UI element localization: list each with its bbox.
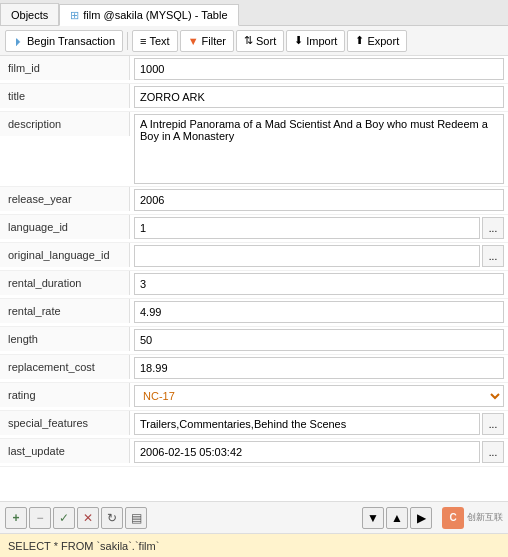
row-release-year: release_year: [0, 187, 508, 215]
export-button[interactable]: ⬆ Export: [347, 30, 407, 52]
sql-text: SELECT * FROM `sakila`.`film`: [8, 540, 159, 552]
input-original-language-id[interactable]: [134, 245, 480, 267]
filter-button[interactable]: ▼ Filter: [180, 30, 234, 52]
label-special-features: special_features: [0, 411, 130, 435]
bottom-toolbar: + − ✓ ✕ ↻ ▤ ▼ ▲ ▶ C 创新互联: [0, 501, 508, 533]
begin-transaction-button[interactable]: ⏵ Begin Transaction: [5, 30, 123, 52]
value-rating: G PG PG-13 R NC-17: [130, 383, 508, 409]
last-update-ellipsis-button[interactable]: ...: [482, 441, 504, 463]
tab-objects-label: Objects: [11, 9, 48, 21]
label-rental-rate: rental_rate: [0, 299, 130, 323]
row-description: description A Intrepid Panorama of a Mad…: [0, 112, 508, 187]
nav-more-button[interactable]: ▶: [410, 507, 432, 529]
label-film-id: film_id: [0, 56, 130, 80]
info-button[interactable]: ▤: [125, 507, 147, 529]
tab-objects[interactable]: Objects: [0, 3, 59, 25]
label-original-language-id: original_language_id: [0, 243, 130, 267]
row-title: title: [0, 84, 508, 112]
apply-button[interactable]: ✓: [53, 507, 75, 529]
original-language-id-ellipsis-button[interactable]: ...: [482, 245, 504, 267]
row-rating: rating G PG PG-13 R NC-17: [0, 383, 508, 411]
value-release-year: [130, 187, 508, 213]
label-description: description: [0, 112, 130, 136]
toolbar-divider-1: [127, 32, 128, 50]
value-last-update: ...: [130, 439, 508, 465]
label-release-year: release_year: [0, 187, 130, 211]
sort-icon: ⇅: [244, 34, 253, 47]
value-rental-duration: [130, 271, 508, 297]
row-original-language-id: original_language_id ...: [0, 243, 508, 271]
label-language-id: language_id: [0, 215, 130, 239]
text-button[interactable]: ≡ Text: [132, 30, 178, 52]
input-rental-rate[interactable]: [134, 301, 504, 323]
value-description: A Intrepid Panorama of a Mad Scientist A…: [130, 112, 508, 186]
transaction-icon: ⏵: [13, 35, 24, 47]
row-language-id: language_id ...: [0, 215, 508, 243]
value-length: [130, 327, 508, 353]
import-button[interactable]: ⬇ Import: [286, 30, 345, 52]
value-film-id: [130, 56, 508, 82]
input-release-year[interactable]: [134, 189, 504, 211]
row-rental-duration: rental_duration: [0, 271, 508, 299]
label-replacement-cost: replacement_cost: [0, 355, 130, 379]
cancel-button[interactable]: ✕: [77, 507, 99, 529]
input-last-update[interactable]: [134, 441, 480, 463]
row-rental-rate: rental_rate: [0, 299, 508, 327]
delete-row-button[interactable]: −: [29, 507, 51, 529]
tab-bar: Objects ⊞ film @sakila (MYSQL) - Table: [0, 0, 508, 26]
select-rating[interactable]: G PG PG-13 R NC-17: [134, 385, 504, 407]
form-content: film_id title description A Intrepid Pan…: [0, 56, 508, 501]
language-id-ellipsis-button[interactable]: ...: [482, 217, 504, 239]
input-description[interactable]: A Intrepid Panorama of a Mad Scientist A…: [134, 114, 504, 184]
row-last-update: last_update ...: [0, 439, 508, 467]
special-features-ellipsis-button[interactable]: ...: [482, 413, 504, 435]
export-icon: ⬆: [355, 34, 364, 47]
label-last-update: last_update: [0, 439, 130, 463]
watermark-logo: C: [442, 507, 464, 529]
nav-up-button[interactable]: ▲: [386, 507, 408, 529]
tab-film-table-label: film @sakila (MYSQL) - Table: [83, 9, 227, 21]
filter-icon: ▼: [188, 35, 199, 47]
row-replacement-cost: replacement_cost: [0, 355, 508, 383]
value-title: [130, 84, 508, 110]
row-special-features: special_features ...: [0, 411, 508, 439]
input-title[interactable]: [134, 86, 504, 108]
value-language-id: ...: [130, 215, 508, 241]
toolbar: ⏵ Begin Transaction ≡ Text ▼ Filter ⇅ So…: [0, 26, 508, 56]
watermark-brand: 创新互联: [467, 512, 503, 523]
value-special-features: ...: [130, 411, 508, 437]
nav-arrows: ▼ ▲ ▶: [362, 507, 432, 529]
label-rental-duration: rental_duration: [0, 271, 130, 295]
value-replacement-cost: [130, 355, 508, 381]
add-row-button[interactable]: +: [5, 507, 27, 529]
nav-down-button[interactable]: ▼: [362, 507, 384, 529]
label-length: length: [0, 327, 130, 351]
input-replacement-cost[interactable]: [134, 357, 504, 379]
value-original-language-id: ...: [130, 243, 508, 269]
input-length[interactable]: [134, 329, 504, 351]
status-bar: SELECT * FROM `sakila`.`film`: [0, 533, 508, 557]
tab-film-table[interactable]: ⊞ film @sakila (MYSQL) - Table: [59, 4, 238, 26]
input-film-id[interactable]: [134, 58, 504, 80]
label-rating: rating: [0, 383, 130, 407]
row-film-id: film_id: [0, 56, 508, 84]
input-rental-duration[interactable]: [134, 273, 504, 295]
sort-button[interactable]: ⇅ Sort: [236, 30, 284, 52]
input-language-id[interactable]: [134, 217, 480, 239]
text-icon: ≡: [140, 35, 146, 47]
input-special-features[interactable]: [134, 413, 480, 435]
refresh-button[interactable]: ↻: [101, 507, 123, 529]
row-length: length: [0, 327, 508, 355]
import-icon: ⬇: [294, 34, 303, 47]
label-title: title: [0, 84, 130, 108]
table-icon: ⊞: [70, 9, 79, 22]
value-rental-rate: [130, 299, 508, 325]
